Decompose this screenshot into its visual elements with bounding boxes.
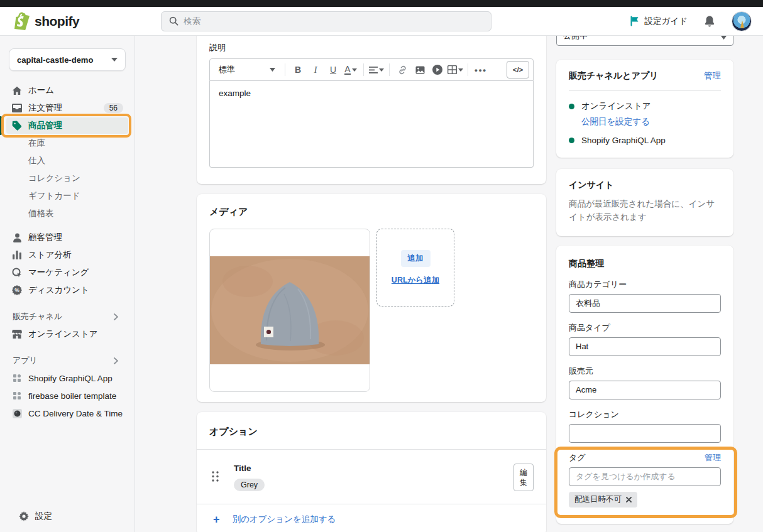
tags-manage-link[interactable]: 管理 <box>705 452 721 464</box>
sidebar-item-products[interactable]: 商品管理 <box>6 117 128 134</box>
svg-text:%: % <box>14 287 19 293</box>
add-from-url-link[interactable]: URLから追加 <box>392 275 439 286</box>
store-name: capital-castle-demo <box>17 55 93 65</box>
description-editor[interactable]: example <box>209 81 534 168</box>
sales-channels-label: 販売チャネル <box>13 311 62 322</box>
shopify-bag-icon <box>14 12 30 30</box>
add-option-row[interactable]: + 別のオプションを追加する <box>197 504 546 532</box>
tag-chip-label: 配送日時不可 <box>574 494 622 505</box>
sidebar-item-price-lists[interactable]: 価格表 <box>6 205 128 222</box>
sales-channels-section-header[interactable]: 販売チャネル <box>13 311 122 322</box>
sidebar-item-marketing[interactable]: マーケティング <box>6 264 128 281</box>
sidebar-item-settings[interactable]: 設定 <box>0 507 134 526</box>
sidebar-item-label: 顧客管理 <box>28 232 62 243</box>
channels-manage-link[interactable]: 管理 <box>704 70 721 82</box>
sidebar-item-discounts[interactable]: % ディスカウント <box>6 282 128 298</box>
insert-link-button[interactable] <box>394 61 410 79</box>
sidebar-item-label: ディスカウント <box>28 285 89 296</box>
sidebar-item-collections[interactable]: コレクション <box>6 170 128 187</box>
category-input[interactable] <box>569 294 721 313</box>
flag-icon <box>630 16 640 26</box>
sidebar-item-label: CC Delivery Date & Time <box>28 409 123 418</box>
product-image-thumbnail[interactable] <box>209 229 370 392</box>
apps-section-header[interactable]: アプリ <box>13 355 122 366</box>
media-add-dropzone[interactable]: 追加 URLから追加 <box>376 229 454 307</box>
drag-handle-icon[interactable] <box>212 471 219 482</box>
media-title: メディア <box>209 206 534 218</box>
top-dark-bar <box>0 0 763 7</box>
sidebar-item-label: firebase boiler template <box>28 391 116 401</box>
shopify-logo[interactable]: shopify <box>14 12 79 30</box>
setup-guide-button[interactable]: 設定ガイド <box>630 16 688 27</box>
sidebar-item-orders[interactable]: 注文管理 56 <box>6 100 128 116</box>
discount-icon: % <box>11 285 23 295</box>
media-add-button[interactable]: 追加 <box>401 250 431 267</box>
insert-image-button[interactable] <box>412 61 428 79</box>
text-style-select[interactable]: 標準 <box>214 64 280 75</box>
rich-text-toolbar: 標準 B I U A <box>209 58 534 81</box>
sidebar-item-customers[interactable]: 顧客管理 <box>6 229 128 246</box>
collections-input[interactable] <box>569 424 721 443</box>
sidebar-item-inventory[interactable]: 在庫 <box>6 135 128 151</box>
options-title: オプション <box>209 426 534 438</box>
sidebar-item-label: 仕入 <box>28 155 45 166</box>
channel-graphiql-app: Shopify GraphiQL App <box>569 136 721 145</box>
cc-delivery-app-icon <box>11 409 23 418</box>
sales-channels-card: 販売チャネルとアプリ 管理 オンラインストア 公開日を設定する Shopify … <box>556 60 733 158</box>
sidebar-item-online-store[interactable]: オンラインストア <box>6 326 128 342</box>
alignment-button[interactable] <box>368 61 385 79</box>
search-input[interactable] <box>184 16 483 26</box>
app-icon <box>11 392 23 399</box>
sidebar-item-label: ストア分析 <box>28 249 71 261</box>
media-card: メディア <box>197 194 546 402</box>
italic-button[interactable]: I <box>307 61 324 79</box>
insert-video-button[interactable] <box>429 61 446 79</box>
insights-title: インサイト <box>569 180 721 191</box>
sidebar-item-gift-cards[interactable]: ギフトカード <box>6 188 128 204</box>
sidebar-item-app-graphiql[interactable]: Shopify GraphiQL App <box>6 370 128 386</box>
product-organization-card: 商品整理 商品カテゴリー 商品タイプ 販売元 コレクション タグ 管理 <box>556 246 733 524</box>
store-selector[interactable]: capital-castle-demo <box>9 48 126 71</box>
organization-title: 商品整理 <box>569 258 721 269</box>
vendor-input[interactable] <box>569 381 721 399</box>
sidebar-item-label: 注文管理 <box>28 102 62 114</box>
sidebar-item-analytics[interactable]: ストア分析 <box>6 247 128 263</box>
logo-wordmark: shopify <box>35 14 79 29</box>
remove-tag-button[interactable] <box>626 497 632 502</box>
page-content: 説明 標準 B I U A <box>135 36 763 532</box>
sidebar-item-app-cc-delivery[interactable]: CC Delivery Date & Time <box>6 405 128 421</box>
sidebar-item-label: ホーム <box>28 85 54 96</box>
add-option-link[interactable]: 別のオプションを追加する <box>233 514 336 525</box>
product-status-select[interactable]: 公開中 <box>556 36 733 46</box>
chevron-right-icon <box>114 313 118 320</box>
schedule-publish-link[interactable]: 公開日を設定する <box>581 117 650 126</box>
chevron-right-icon <box>114 357 118 364</box>
channel-name: Shopify GraphiQL App <box>581 136 666 145</box>
options-card: オプション Title Grey 編集 + 別のオプションを追加する <box>197 412 546 532</box>
sidebar-item-app-firebase[interactable]: firebase boiler template <box>6 388 128 404</box>
avatar[interactable] <box>732 11 752 31</box>
notifications-bell-button[interactable] <box>704 15 715 28</box>
gear-icon <box>19 511 29 521</box>
sidebar-item-home[interactable]: ホーム <box>6 82 128 99</box>
sidebar-item-label: マーケティング <box>28 267 89 278</box>
tags-label: タグ <box>569 452 586 464</box>
category-label: 商品カテゴリー <box>569 279 721 290</box>
product-type-input[interactable] <box>569 337 721 356</box>
edit-option-button[interactable]: 編集 <box>513 464 534 491</box>
status-value: 公開中 <box>563 36 588 41</box>
sidebar-item-purchase[interactable]: 仕入 <box>6 153 128 169</box>
text-color-button[interactable]: A <box>343 61 359 79</box>
status-dot-icon <box>569 138 574 143</box>
underline-button[interactable]: U <box>325 61 341 79</box>
insights-card: インサイト 商品が最近販売された場合に、インサイトが表示されます <box>556 169 733 236</box>
show-html-button[interactable]: </> <box>507 61 529 79</box>
tags-input[interactable] <box>569 467 721 486</box>
sidebar-item-label: 在庫 <box>28 138 45 149</box>
more-formatting-button[interactable]: ••• <box>473 61 489 79</box>
bold-button[interactable]: B <box>290 61 306 79</box>
global-search[interactable] <box>161 11 491 31</box>
insert-table-button[interactable] <box>447 61 463 79</box>
sidebar-item-label: ギフトカード <box>28 190 80 202</box>
channels-title: 販売チャネルとアプリ <box>569 70 659 82</box>
